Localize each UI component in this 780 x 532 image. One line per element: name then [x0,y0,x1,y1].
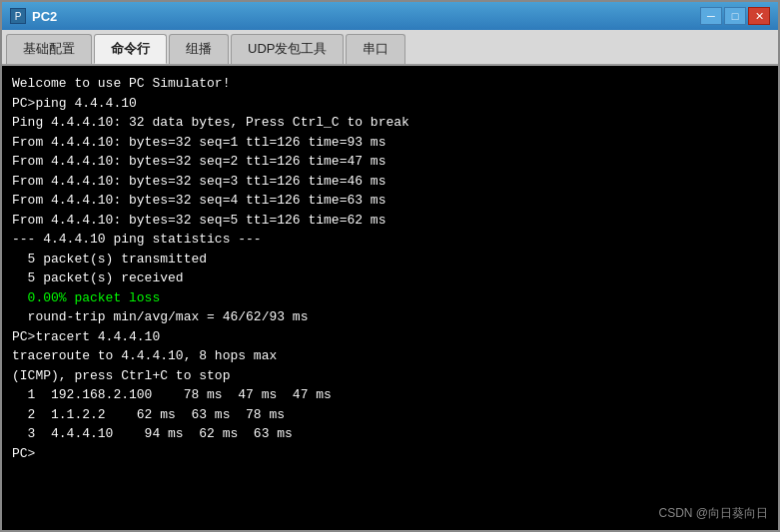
title-bar: P PC2 ─ □ ✕ [2,2,778,30]
terminal-line: 2 1.1.2.2 62 ms 63 ms 78 ms [12,405,768,425]
terminal[interactable]: Welcome to use PC Simulator!PC>ping 4.4.… [2,66,778,530]
terminal-line: From 4.4.4.10: bytes=32 seq=5 ttl=126 ti… [12,211,768,231]
tab-udp-tool[interactable]: UDP发包工具 [231,34,344,64]
terminal-line: From 4.4.4.10: bytes=32 seq=4 ttl=126 ti… [12,191,768,211]
tab-multicast[interactable]: 组播 [169,34,229,64]
terminal-line: (ICMP), press Ctrl+C to stop [12,366,768,386]
terminal-line: Ping 4.4.4.10: 32 data bytes, Press Ctrl… [12,113,768,133]
terminal-line: 3 4.4.4.10 94 ms 62 ms 63 ms [12,424,768,444]
minimize-button[interactable]: ─ [700,7,722,25]
title-buttons: ─ □ ✕ [700,7,770,25]
title-bar-left: P PC2 [10,8,57,24]
watermark: CSDN @向日葵向日 [658,504,768,522]
terminal-line: 0.00% packet loss [12,288,768,308]
maximize-button[interactable]: □ [724,7,746,25]
terminal-line: From 4.4.4.10: bytes=32 seq=1 ttl=126 ti… [12,133,768,153]
terminal-line: 5 packet(s) transmitted [12,250,768,269]
terminal-line: PC> [12,444,768,464]
terminal-line: 1 192.168.2.100 78 ms 47 ms 47 ms [12,385,768,405]
terminal-line: Welcome to use PC Simulator! [12,74,768,94]
window-title: PC2 [32,9,57,24]
terminal-line: 5 packet(s) received [12,268,768,288]
main-window: P PC2 ─ □ ✕ 基础配置 命令行 组播 UDP发包工具 串口 Welco… [0,0,780,532]
terminal-line: PC>ping 4.4.4.10 [12,94,768,114]
terminal-line: From 4.4.4.10: bytes=32 seq=2 ttl=126 ti… [12,152,768,172]
terminal-line: PC>tracert 4.4.4.10 [12,327,768,347]
tab-serial[interactable]: 串口 [346,34,405,64]
tab-bar: 基础配置 命令行 组播 UDP发包工具 串口 [2,30,778,66]
tab-command-line[interactable]: 命令行 [94,34,167,64]
terminal-line: --- 4.4.4.10 ping statistics --- [12,230,768,250]
window-icon: P [10,8,26,24]
tab-basic-config[interactable]: 基础配置 [6,34,92,64]
terminal-line: traceroute to 4.4.4.10, 8 hops max [12,346,768,366]
close-button[interactable]: ✕ [748,7,770,25]
terminal-line: round-trip min/avg/max = 46/62/93 ms [12,307,768,327]
terminal-line: From 4.4.4.10: bytes=32 seq=3 ttl=126 ti… [12,172,768,192]
